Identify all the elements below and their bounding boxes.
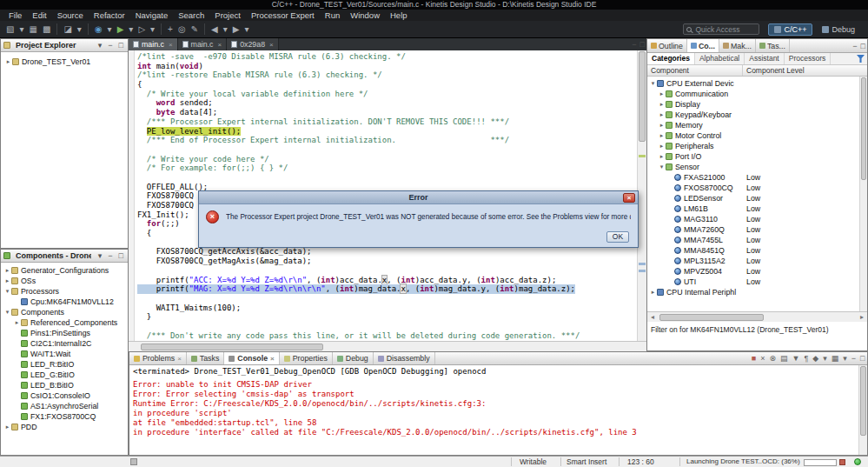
sub-tab-assistant[interactable]: Assistant — [745, 53, 785, 64]
menu-file[interactable]: File — [3, 10, 27, 20]
perspective-c-c[interactable]: C/C++ — [768, 23, 812, 36]
scrollbar-thumb[interactable] — [141, 344, 323, 350]
library-tree-item[interactable]: MMA8451QLow — [647, 245, 867, 256]
close-icon[interactable]: × — [216, 41, 222, 49]
library-tree-item[interactable]: MMA7260QLow — [647, 224, 867, 235]
column-component[interactable]: Component — [647, 65, 743, 76]
view-menu-icon[interactable]: ▾ — [841, 354, 850, 363]
sub-tab-categories[interactable]: Categories — [647, 53, 695, 64]
components-item[interactable]: ▸Generator_Configurations — [1, 265, 128, 276]
view-tab-tas[interactable]: Tas... — [756, 39, 790, 52]
code-line[interactable]: } — [137, 312, 636, 322]
expander-icon[interactable]: ▾ — [3, 309, 11, 316]
menu-navigate[interactable]: Navigate — [130, 10, 174, 20]
filter-icon[interactable] — [857, 55, 865, 63]
close-icon[interactable]: × — [167, 41, 173, 49]
maximize-icon[interactable]: □ — [859, 42, 867, 50]
expander-icon[interactable]: ▸ — [658, 132, 666, 139]
code-line[interactable]: PE_low_level_init(); — [137, 127, 636, 137]
scroll-lock-icon[interactable]: ▼ — [790, 354, 802, 363]
minimize-icon[interactable]: − — [630, 40, 638, 49]
components-item[interactable]: Cpu:MK64FN1M0VLL12 — [1, 297, 128, 307]
maximize-icon[interactable]: □ — [117, 251, 125, 260]
minimize-icon[interactable]: − — [106, 251, 114, 260]
build-icon[interactable]: ◪ — [61, 24, 74, 34]
console-tab-problems[interactable]: Problems× — [129, 352, 187, 364]
close-icon[interactable]: × — [270, 355, 275, 363]
remove-all-launches-icon[interactable]: ⊗ — [767, 354, 779, 363]
scrollbar-thumb[interactable] — [659, 314, 764, 321]
code-line[interactable]: /*lint -save -e970 Disable MISRA rule (6… — [137, 52, 636, 62]
code-line[interactable]: printf("ACC: X=%d Y=%d Z=%d\r\n", (int)a… — [137, 276, 636, 285]
menu-run[interactable]: Run — [320, 10, 345, 20]
menu-edit[interactable]: Edit — [27, 10, 51, 20]
code-line[interactable]: FXOS8700CQ_getMagAxis(&mag_data); — [137, 257, 636, 266]
code-line[interactable]: /* For example: for(;;) { } */ — [137, 163, 636, 173]
library-tree-item[interactable]: MPVZ5004Low — [647, 266, 867, 277]
editor-horizontal-scrollbar[interactable] — [129, 341, 646, 351]
new-dropdown-icon[interactable]: ▾ — [17, 24, 26, 34]
build-dropdown-icon[interactable]: ▾ — [75, 24, 84, 34]
code-line[interactable]: /*lint -restore Enable MISRA rule (6.3) … — [137, 70, 636, 80]
save-icon[interactable]: ▦ — [26, 24, 39, 34]
debug-dropdown-icon[interactable]: ▾ — [105, 24, 115, 34]
run-dropdown-icon[interactable]: ▾ — [126, 24, 136, 34]
view-menu-icon[interactable]: ▾ — [96, 41, 104, 50]
console-vertical-scrollbar[interactable] — [858, 365, 867, 456]
expander-icon[interactable]: ▸ — [3, 424, 11, 430]
library-tree-item[interactable]: MAG3110Low — [647, 214, 867, 224]
components-item[interactable]: LED_G:BitIO — [1, 370, 128, 380]
expander-icon[interactable]: ▸ — [658, 122, 666, 129]
code-line[interactable]: byte data[4]; — [137, 108, 636, 117]
expander-icon[interactable]: ▸ — [658, 90, 666, 97]
code-line[interactable] — [137, 322, 636, 331]
expander-icon[interactable]: ▸ — [3, 267, 11, 274]
expander-icon[interactable]: ▸ — [649, 289, 657, 296]
editor-tab-main-c[interactable]: main.c× — [129, 38, 178, 50]
mark-occurrences-icon[interactable]: ✎ — [189, 24, 201, 34]
expander-icon[interactable]: ▸ — [658, 111, 666, 118]
library-tree-item[interactable]: ▸Display — [647, 99, 867, 110]
scroll-right-icon[interactable]: ▸ — [857, 312, 867, 323]
components-item[interactable]: ▾Processors — [1, 286, 128, 297]
ok-button[interactable]: OK — [606, 231, 629, 243]
code-line[interactable] — [137, 294, 636, 304]
back-icon[interactable]: ◀ — [209, 24, 221, 34]
forward-dropdown-icon[interactable]: ▾ — [242, 24, 252, 34]
quick-access-box[interactable]: Quick Access — [683, 23, 759, 35]
menu-processor-expert[interactable]: Processor Expert — [246, 10, 320, 20]
library-tree-item[interactable]: ▸Peripherals — [647, 141, 867, 151]
run-icon[interactable]: ▶ — [115, 24, 127, 34]
components-item[interactable]: ▾Components — [1, 307, 128, 317]
library-tree-item[interactable]: ▸Motor Control — [647, 130, 867, 141]
code-line[interactable]: /*** Processor Expert internal initializ… — [137, 117, 636, 127]
menu-search[interactable]: Search — [173, 10, 209, 20]
library-tree-item[interactable]: MMA7455LLow — [647, 235, 867, 245]
code-line[interactable]: WAIT1_Waitms(100); — [137, 304, 636, 313]
remove-launch-icon[interactable]: × — [759, 354, 767, 363]
scroll-left-icon[interactable]: ◂ — [647, 312, 658, 323]
library-tree-item[interactable]: FXAS21000Low — [647, 172, 867, 183]
components-item[interactable]: FX1:FXOS8700CQ — [1, 411, 128, 422]
external-tools-dropdown-icon[interactable]: ▾ — [148, 24, 157, 34]
library-tree-item[interactable]: ▸CPU Internal Periphl — [647, 287, 867, 297]
console-tab-debug[interactable]: Debug — [333, 352, 374, 364]
code-line[interactable]: FXOS8700CQ_getAccAxis(&acc_data); — [137, 247, 636, 257]
console-output[interactable]: <terminated> Drone_TEST_Ver01_Debug_Open… — [129, 365, 867, 456]
library-tree-item[interactable]: FXOS8700CQLow — [647, 183, 867, 193]
expander-icon[interactable]: ▾ — [3, 288, 11, 295]
expander-icon[interactable]: ▸ — [658, 143, 666, 150]
code-line[interactable]: word sended; — [137, 98, 636, 108]
expander-icon[interactable]: ▸ — [4, 58, 12, 65]
library-tree-item[interactable]: UTILow — [647, 277, 867, 287]
code-line[interactable] — [137, 145, 636, 155]
expander-icon[interactable]: ▾ — [658, 163, 666, 170]
expander-icon[interactable]: ▸ — [658, 153, 666, 160]
library-tree-item[interactable]: ▸Port I/O — [647, 151, 867, 162]
view-menu-icon[interactable]: ▾ — [96, 251, 104, 260]
library-tree-item[interactable]: LEDSensorLow — [647, 193, 867, 203]
stop-progress-icon[interactable] — [839, 459, 845, 465]
library-tree-item[interactable]: ▾Sensor — [647, 162, 867, 172]
code-line[interactable]: /* Write your code here */ — [137, 155, 636, 164]
menu-source[interactable]: Source — [52, 10, 89, 20]
